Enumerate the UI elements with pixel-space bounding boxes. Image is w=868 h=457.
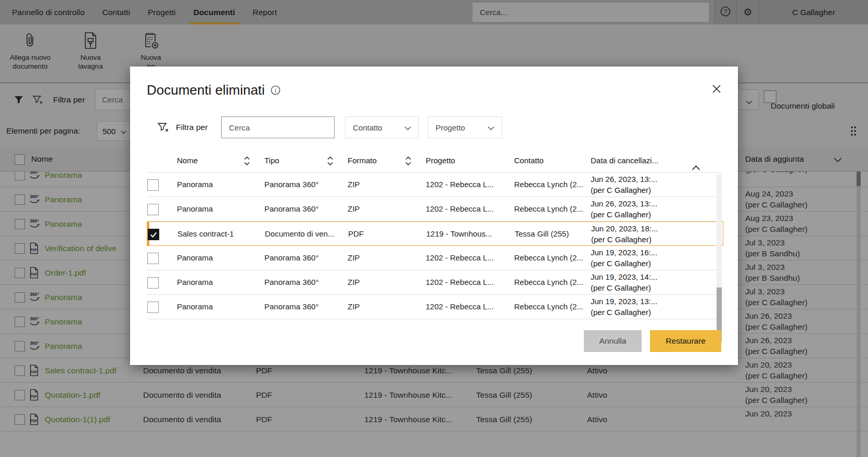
nome-cell: Panorama [177, 246, 213, 269]
nome-cell: Panorama [177, 270, 213, 294]
formato-cell: ZIP [348, 197, 360, 220]
column-header-tipo[interactable]: Tipo [264, 149, 279, 172]
row-checkbox[interactable] [147, 302, 159, 313]
tipo-cell: Panorama 360° [264, 295, 318, 318]
deleted-document-row: PanoramaPanorama 360°ZIP1202 - Rebecca L… [147, 270, 723, 295]
modal-actions: Annulla Restaurare [584, 330, 721, 352]
deleted-by-line: (per C Gallagher) [591, 185, 657, 196]
progetto-cell: 1219 - Townhous... [426, 222, 492, 245]
deleted-document-row: PanoramaPanorama 360°ZIP1202 - Rebecca L… [147, 173, 723, 197]
contatto-cell: Rebecca Lynch (2... [514, 295, 583, 318]
caret-up-icon [692, 163, 700, 173]
tipo-cell: Panorama 360° [264, 173, 318, 196]
modal-search-input[interactable] [221, 116, 335, 138]
sort-icon[interactable] [405, 156, 412, 168]
contact-dropdown[interactable]: Contatto [345, 116, 419, 138]
progetto-cell: 1202 - Rebecca L... [426, 173, 494, 196]
restore-button[interactable]: Restaurare [650, 330, 721, 352]
modal-title: Documenti eliminati i [147, 82, 281, 98]
deletion-date-cell: Jun 26, 2023, 13:...(per C Gallagher) [591, 174, 657, 195]
contatto-cell: Rebecca Lynch (2... [514, 270, 583, 294]
deleted-by-line: (per C Gallagher) [591, 210, 657, 220]
modal-table-rows: PanoramaPanorama 360°ZIP1202 - Rebecca L… [147, 173, 723, 319]
formato-cell: ZIP [348, 270, 360, 294]
contatto-cell: Tessa Gill (255) [515, 222, 569, 245]
cancel-button[interactable]: Annulla [584, 330, 642, 352]
contatto-cell: Rebecca Lynch (2... [514, 173, 583, 196]
filter-by-label: Filtra per [176, 116, 208, 138]
row-checkbox[interactable] [148, 229, 159, 240]
progetto-cell: 1202 - Rebecca L... [426, 270, 494, 294]
modal-table-header: NomeTipoFormatoProgettoContattoData di c… [147, 149, 723, 173]
formato-cell: ZIP [348, 295, 360, 318]
deletion-date-cell: Jun 19, 2023, 13:...(per C Gallagher) [591, 296, 657, 318]
project-dropdown-label: Progetto [436, 123, 465, 132]
tipo-cell: Panorama 360° [264, 246, 318, 269]
column-header-formato[interactable]: Formato [348, 149, 377, 172]
chevron-down-icon [488, 123, 494, 132]
clear-filter-icon[interactable] [157, 122, 170, 135]
row-checkbox[interactable] [147, 204, 159, 215]
deletion-date-cell: Jun 20, 2023, 18:...(per C Gallagher) [591, 224, 658, 245]
contatto-cell: Rebecca Lynch (2... [514, 246, 583, 269]
chevron-down-icon [404, 123, 411, 132]
deleted-by-line: (per C Gallagher) [591, 234, 658, 245]
close-icon[interactable] [711, 83, 722, 95]
deleted-documents-modal: Documenti eliminati i Filtra per Contatt… [130, 67, 738, 365]
progetto-cell: 1202 - Rebecca L... [426, 197, 494, 220]
row-checkbox[interactable] [147, 179, 159, 191]
progetto-cell: 1202 - Rebecca L... [426, 295, 494, 318]
formato-cell: PDF [348, 222, 364, 245]
column-header-progetto: Progetto [426, 149, 455, 172]
deleted-document-row: PanoramaPanorama 360°ZIP1202 - Rebecca L… [147, 246, 723, 270]
deleted-document-row: Sales contract-1Documento di ven...PDF12… [147, 221, 723, 246]
nome-cell: Sales contract-1 [177, 222, 234, 245]
deleted-document-row: PanoramaPanorama 360°ZIP1202 - Rebecca L… [147, 295, 723, 319]
application-window: Pannello di controlloContattiProgettiDoc… [0, 0, 868, 457]
deleted-by-line: (per C Gallagher) [591, 283, 657, 294]
contatto-cell: Rebecca Lynch (2... [514, 197, 583, 220]
contact-dropdown-label: Contatto [353, 123, 382, 132]
date-line: Jun 19, 2023, 16:... [591, 247, 657, 258]
sort-icon[interactable] [327, 156, 334, 168]
date-line: Jun 26, 2023, 13:... [591, 199, 657, 210]
deleted-documents-table: NomeTipoFormatoProgettoContattoData di c… [147, 149, 723, 319]
svg-text:i: i [275, 87, 276, 94]
deleted-document-row: PanoramaPanorama 360°ZIP1202 - Rebecca L… [147, 197, 723, 221]
deletion-date-cell: Jun 26, 2023, 13:...(per C Gallagher) [591, 199, 657, 220]
nome-cell: Panorama [177, 197, 213, 220]
progetto-cell: 1202 - Rebecca L... [426, 246, 494, 269]
column-header-nome[interactable]: Nome [177, 149, 198, 172]
nome-cell: Panorama [177, 295, 213, 318]
date-line: Jun 19, 2023, 13:... [591, 296, 657, 307]
sort-icon[interactable] [244, 156, 250, 168]
date-line: Jun 19, 2023, 14:... [591, 272, 657, 283]
tipo-cell: Panorama 360° [264, 197, 318, 220]
column-header-contatto: Contatto [514, 149, 544, 172]
date-line: Jun 26, 2023, 13:... [591, 174, 657, 185]
project-dropdown[interactable]: Progetto [428, 116, 502, 138]
date-line: Jun 20, 2023, 18:... [591, 224, 658, 234]
deletion-date-cell: Jun 19, 2023, 14:...(per C Gallagher) [591, 272, 657, 293]
modal-title-text: Documenti eliminati [147, 82, 265, 98]
deleted-by-line: (per C Gallagher) [591, 307, 657, 318]
modal-table-scrollbar[interactable] [717, 174, 722, 342]
deletion-date-cell: Jun 19, 2023, 16:...(per C Gallagher) [591, 247, 657, 269]
formato-cell: ZIP [348, 246, 360, 269]
nome-cell: Panorama [177, 173, 213, 196]
row-checkbox[interactable] [147, 253, 159, 264]
deleted-by-line: (per C Gallagher) [591, 258, 657, 269]
formato-cell: ZIP [348, 173, 360, 196]
tipo-cell: Documento di ven... [265, 222, 334, 245]
info-icon[interactable]: i [270, 85, 281, 96]
column-header-data-di-cancellazi: Data di cancellazi... [591, 149, 658, 172]
row-checkbox[interactable] [147, 277, 159, 289]
tipo-cell: Panorama 360° [264, 270, 318, 294]
